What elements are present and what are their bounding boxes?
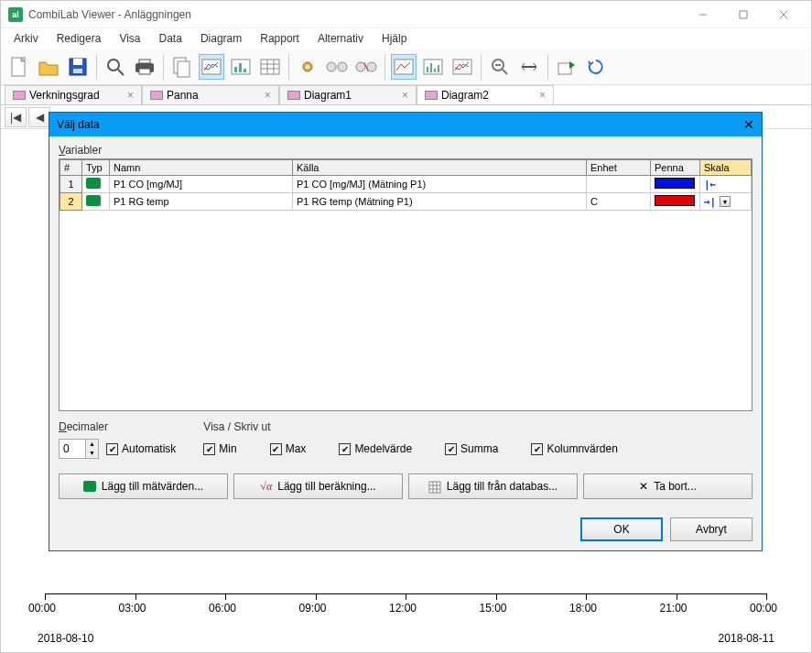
row-pen[interactable] xyxy=(651,193,700,211)
cancel-button[interactable]: Avbryt xyxy=(670,517,752,541)
col-namn[interactable]: Namn xyxy=(110,160,293,176)
tape-b-icon[interactable] xyxy=(353,54,379,80)
minimize-button[interactable] xyxy=(683,2,723,27)
remove-button[interactable]: ✕ Ta bort... xyxy=(583,473,752,499)
toolbar xyxy=(1,49,811,85)
x-tick: 03:00 xyxy=(119,602,146,615)
col-num[interactable]: # xyxy=(60,160,82,176)
tab-verkningsgrad[interactable]: Verkningsgrad × xyxy=(5,85,142,104)
expand-icon[interactable] xyxy=(516,54,542,80)
tab-strip: Verkningsgrad × Panna × Diagram1 × Diagr… xyxy=(1,85,811,105)
gear-icon[interactable] xyxy=(295,54,320,80)
close-icon[interactable]: × xyxy=(539,89,546,102)
col-skala[interactable]: Skala xyxy=(700,160,752,176)
scale-dropdown-icon[interactable]: ▾ xyxy=(720,196,731,207)
decimals-input[interactable] xyxy=(60,440,85,458)
svg-rect-36 xyxy=(434,69,436,72)
ok-button[interactable]: OK xyxy=(580,517,663,541)
svg-line-9 xyxy=(118,70,124,75)
dialog-titlebar[interactable]: Välj data ✕ xyxy=(49,113,762,136)
max-checkbox[interactable]: ✔Max xyxy=(270,442,307,455)
search-icon[interactable] xyxy=(103,54,128,80)
tab-diagram1[interactable]: Diagram1 × xyxy=(279,85,417,104)
chart-opt3-icon[interactable] xyxy=(449,54,475,80)
svg-rect-44 xyxy=(429,482,440,493)
row-scale[interactable]: →|▾ xyxy=(700,193,752,211)
svg-line-41 xyxy=(503,70,507,74)
menu-visa[interactable]: Visa xyxy=(112,30,147,47)
maximize-button[interactable] xyxy=(723,2,763,27)
add-calculation-button[interactable]: √α Lägg till beräkning... xyxy=(233,473,403,499)
row-pen[interactable] xyxy=(651,176,700,193)
automatic-checkbox[interactable]: ✔ Automatisk xyxy=(106,442,176,455)
chart-opt1-icon[interactable] xyxy=(391,54,417,80)
spinner-down-icon[interactable]: ▼ xyxy=(86,449,98,458)
col-enhet[interactable]: Enhet xyxy=(587,160,651,176)
chart-tab-icon xyxy=(287,91,300,100)
svg-rect-1 xyxy=(740,11,747,18)
tab-diagram2[interactable]: Diagram2 × xyxy=(417,85,554,104)
sum-checkbox[interactable]: ✔Summa xyxy=(445,442,498,455)
svg-rect-14 xyxy=(178,61,189,77)
x-tick: 00:00 xyxy=(28,602,56,615)
menu-diagram[interactable]: Diagram xyxy=(193,30,249,47)
open-folder-icon[interactable] xyxy=(36,54,61,80)
row-index: 2 xyxy=(60,193,82,211)
svg-point-28 xyxy=(338,62,347,71)
nav-first-icon[interactable]: |◀ xyxy=(5,107,27,127)
menu-redigera[interactable]: Redigera xyxy=(49,30,109,47)
row-source: P1 RG temp (Mätning P1) xyxy=(293,193,587,211)
add-from-database-button[interactable]: Lägg till från databas... xyxy=(408,473,578,499)
export-icon[interactable] xyxy=(554,54,579,80)
close-icon[interactable]: × xyxy=(402,89,408,102)
column-values-checkbox[interactable]: ✔Kolumnvärden xyxy=(531,442,617,455)
svg-rect-7 xyxy=(73,69,82,73)
decimals-spinner[interactable]: ▲▼ xyxy=(59,439,99,459)
min-checkbox[interactable]: ✔Min xyxy=(203,442,236,455)
x-tick: 21:00 xyxy=(660,602,687,615)
table-icon[interactable] xyxy=(257,54,283,80)
save-icon[interactable] xyxy=(65,54,91,80)
col-penna[interactable]: Penna xyxy=(651,160,700,176)
close-icon[interactable]: × xyxy=(127,89,134,102)
x-tick: 09:00 xyxy=(299,602,327,615)
chart-line-icon[interactable] xyxy=(199,54,224,80)
axis-date-end: 2018-08-11 xyxy=(719,632,774,645)
menu-data[interactable]: Data xyxy=(152,30,189,47)
zoom-out-icon[interactable] xyxy=(487,54,513,80)
menu-hjalp[interactable]: Hjälp xyxy=(374,30,414,47)
svg-rect-43 xyxy=(558,63,571,74)
select-data-dialog: Välj data ✕ Variabler # Typ Namn Källa E… xyxy=(49,112,763,551)
dialog-close-icon[interactable]: ✕ xyxy=(743,117,754,132)
menu-rapport[interactable]: Rapport xyxy=(253,30,307,47)
variables-label: Variabler xyxy=(59,144,752,157)
window-title: CombiLab Viewer - Anläggningen xyxy=(28,8,191,21)
svg-rect-37 xyxy=(438,65,439,72)
menubar: Arkiv Redigera Visa Data Diagram Rapport… xyxy=(1,28,811,49)
close-icon[interactable]: × xyxy=(265,89,271,102)
svg-rect-17 xyxy=(234,67,237,72)
new-file-icon[interactable] xyxy=(6,54,32,80)
tab-panna[interactable]: Panna × xyxy=(142,85,279,104)
svg-point-8 xyxy=(108,60,119,71)
variables-table: # Typ Namn Källa Enhet Penna Skala 1 P1 … xyxy=(59,158,752,411)
table-row[interactable]: 1 P1 CO [mg/MJ] P1 CO [mg/MJ] (Mätning P… xyxy=(60,176,752,193)
spinner-up-icon[interactable]: ▲ xyxy=(86,440,98,449)
chart-opt2-icon[interactable] xyxy=(420,54,446,80)
copy-icon[interactable] xyxy=(169,54,195,80)
close-button[interactable] xyxy=(763,2,804,27)
col-kalla[interactable]: Källa xyxy=(293,160,587,176)
nav-prev-icon[interactable]: ◀ xyxy=(28,107,50,127)
chart-tab-icon xyxy=(425,91,438,100)
col-typ[interactable]: Typ xyxy=(82,160,110,176)
refresh-icon[interactable] xyxy=(583,54,609,80)
print-icon[interactable] xyxy=(132,54,157,80)
average-checkbox[interactable]: ✔Medelvärde xyxy=(339,442,412,455)
add-measurements-button[interactable]: Lägg till mätvärden... xyxy=(59,473,228,499)
row-scale[interactable]: |← xyxy=(700,176,752,193)
table-row[interactable]: 2 P1 RG temp P1 RG temp (Mätning P1) C →… xyxy=(60,193,752,211)
menu-alternativ[interactable]: Alternativ xyxy=(310,30,371,47)
menu-arkiv[interactable]: Arkiv xyxy=(6,30,46,47)
chart-bar-icon[interactable] xyxy=(228,54,254,80)
tape-a-icon[interactable] xyxy=(324,54,350,80)
